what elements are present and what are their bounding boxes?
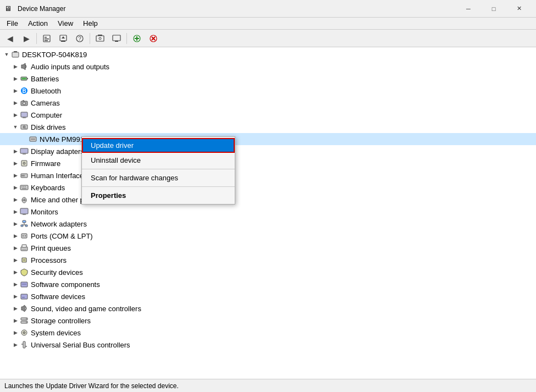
- expander-soundvideo[interactable]: ▶: [11, 304, 20, 313]
- expander-batteries[interactable]: ▶: [11, 74, 20, 83]
- tree-item-storage[interactable]: ▶ Storage controllers: [0, 314, 536, 327]
- svg-rect-79: [23, 341, 25, 348]
- svg-rect-24: [22, 78, 26, 79]
- tree-item-humanin[interactable]: ▶ Human Interface Devices: [0, 169, 536, 181]
- close-button[interactable]: ✕: [506, 0, 532, 18]
- expander-cameras[interactable]: ▶: [11, 98, 20, 107]
- forward-button[interactable]: ▶: [19, 31, 34, 46]
- expander-ports[interactable]: ▶: [11, 231, 20, 240]
- scan-toolbar-button[interactable]: [92, 31, 108, 46]
- icon-mice: [20, 195, 29, 204]
- tree-item-keyboard[interactable]: ▶ Keyboards: [0, 181, 536, 194]
- back-button[interactable]: ◀: [2, 31, 18, 46]
- expander-networkad[interactable]: ▶: [11, 219, 20, 228]
- tree-item-nvme[interactable]: ▶ NVMe PM991a NVMe Samsung 256GB: [0, 133, 536, 145]
- expander-firmware[interactable]: ▶: [11, 159, 20, 168]
- expander-printq[interactable]: ▶: [11, 244, 20, 252]
- icon-processors: [20, 256, 29, 264]
- tree-item-networkad[interactable]: ▶ Network adapters: [0, 218, 536, 230]
- expander-bluetooth[interactable]: ▶: [11, 86, 20, 95]
- help-toolbar-button[interactable]: ?: [72, 31, 87, 46]
- icon-firmware: [20, 159, 29, 168]
- svg-rect-65: [22, 245, 26, 247]
- label-softwarecomp: Software components: [31, 280, 100, 289]
- title-bar: 🖥 Device Manager ─ □ ✕: [0, 0, 536, 18]
- context-menu-update-driver[interactable]: Update driver: [82, 138, 235, 153]
- tree-item-soundvideo[interactable]: ▶ Sound, video and game controllers: [0, 302, 536, 314]
- expander-storage[interactable]: ▶: [11, 316, 20, 325]
- context-menu-separator-1: [82, 169, 235, 169]
- add-legacy-toolbar-button[interactable]: [129, 31, 145, 46]
- tree-item-systemdev[interactable]: ▶ System devices: [0, 327, 536, 339]
- tree-item-ports[interactable]: ▶ Ports (COM & LPT): [0, 230, 536, 242]
- update-driver-toolbar-button[interactable]: [56, 31, 71, 46]
- tree-item-displayad[interactable]: ▶ Display adapters: [0, 145, 536, 157]
- tree-item-diskdrives[interactable]: ▼ Disk drives: [0, 121, 536, 133]
- tree-item-monitors[interactable]: ▶ Monitors: [0, 206, 536, 218]
- display-toolbar-button[interactable]: [109, 31, 124, 46]
- expander-humanin[interactable]: ▶: [11, 171, 20, 180]
- tree-item-computer[interactable]: ▶ Computer: [0, 109, 536, 121]
- menu-view[interactable]: View: [53, 18, 78, 29]
- expander-systemdev[interactable]: ▶: [11, 328, 20, 337]
- tree-item-firmware[interactable]: ▶ Firmware: [0, 157, 536, 169]
- expander-processors[interactable]: ▶: [11, 256, 20, 264]
- main-content: ▼ DESKTOP-504K819 ▶ Audio inputs and out…: [0, 47, 536, 379]
- svg-rect-13: [115, 41, 118, 42]
- expander-softwaredev[interactable]: ▶: [11, 292, 20, 301]
- svg-rect-66: [22, 249, 26, 250]
- expander-diskdrives[interactable]: ▼: [11, 123, 20, 131]
- toolbar: ◀ ▶ ?: [0, 30, 536, 47]
- expander-securitydev[interactable]: ▶: [11, 268, 20, 277]
- tree-item-mice[interactable]: ▶ Mice and other pointing devices: [0, 194, 536, 206]
- svg-rect-80: [21, 344, 24, 345]
- expander-computer[interactable]: ▶: [11, 111, 20, 119]
- label-diskdrives: Disk drives: [31, 123, 66, 131]
- tree-item-securitydev[interactable]: ▶ Security devices: [0, 266, 536, 278]
- icon-usbcontrollers: [20, 340, 29, 349]
- tree-item-cameras[interactable]: ▶ Cameras: [0, 97, 536, 109]
- context-menu-uninstall-device[interactable]: Uninstall device: [82, 153, 235, 168]
- toolbar-separator-3: [126, 33, 127, 44]
- expander-monitors[interactable]: ▶: [11, 207, 20, 216]
- context-menu-properties[interactable]: Properties: [82, 188, 235, 203]
- icon-nvme: [29, 135, 37, 143]
- expander-audio[interactable]: ▶: [11, 62, 20, 71]
- minimize-button[interactable]: ─: [456, 0, 481, 18]
- tree-item-audio[interactable]: ▶ Audio inputs and outputs: [0, 60, 536, 73]
- context-menu-separator-2: [82, 186, 235, 187]
- label-systemdev: System devices: [31, 329, 81, 337]
- tree-item-softwaredev[interactable]: ▶ Software devices: [0, 290, 536, 302]
- properties-toolbar-button[interactable]: [39, 31, 54, 46]
- tree-item-usbcontrollers[interactable]: ▶ Universal Serial Bus controllers: [0, 339, 536, 351]
- menu-file[interactable]: File: [2, 18, 23, 29]
- expander-root[interactable]: ▼: [2, 50, 11, 59]
- menu-action[interactable]: Action: [24, 18, 52, 29]
- context-menu-scan-hardware[interactable]: Scan for hardware changes: [82, 170, 235, 185]
- tree-item-root[interactable]: ▼ DESKTOP-504K819: [0, 48, 536, 60]
- label-processors: Processors: [31, 256, 67, 264]
- tree-item-batteries[interactable]: ▶ Batteries: [0, 73, 536, 85]
- tree-item-softwarecomp[interactable]: ▶ Software components: [0, 278, 536, 290]
- expander-softwarecomp[interactable]: ▶: [11, 280, 20, 289]
- icon-diskdrives: [20, 123, 29, 131]
- svg-rect-46: [21, 186, 23, 187]
- device-tree[interactable]: ▼ DESKTOP-504K819 ▶ Audio inputs and out…: [0, 47, 536, 379]
- svg-point-76: [26, 322, 27, 323]
- tree-item-printq[interactable]: ▶ Print queues: [0, 242, 536, 254]
- svg-rect-71: [21, 294, 27, 299]
- context-menu: Update driver Uninstall device Scan for …: [81, 136, 235, 205]
- maximize-button[interactable]: □: [481, 0, 506, 18]
- expander-displayad[interactable]: ▶: [11, 147, 20, 156]
- svg-marker-6: [62, 36, 65, 38]
- expander-mice[interactable]: ▶: [11, 195, 20, 204]
- tree-item-bluetooth[interactable]: ▶ B Bluetooth: [0, 85, 536, 97]
- label-cameras: Cameras: [31, 99, 60, 107]
- expander-keyboard[interactable]: ▶: [11, 183, 20, 192]
- label-firmware: Firmware: [31, 159, 60, 168]
- menu-help[interactable]: Help: [79, 18, 102, 29]
- uninstall-toolbar-button[interactable]: [146, 31, 161, 46]
- expander-usbcontrollers[interactable]: ▶: [11, 340, 20, 349]
- tree-item-processors[interactable]: ▶ Processors: [0, 254, 536, 266]
- icon-batteries: [20, 74, 29, 83]
